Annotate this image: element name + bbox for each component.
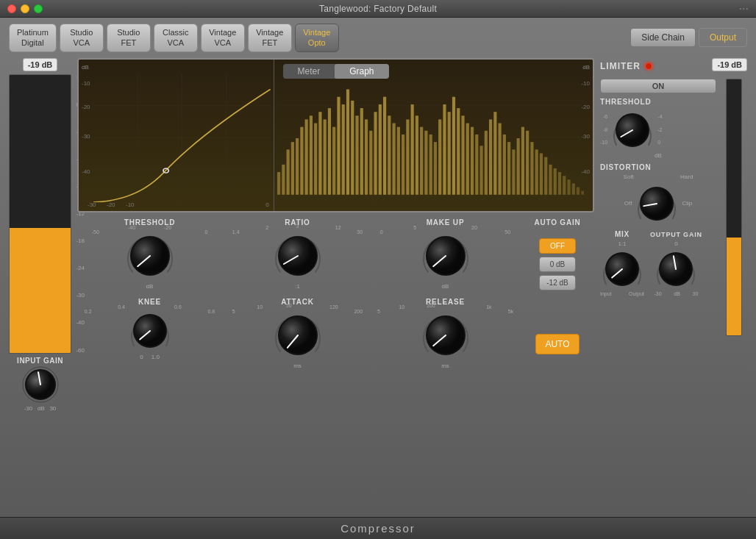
auto-gain-off-btn[interactable]: OFF [539,238,576,254]
svg-rect-43 [415,115,418,194]
preset-platinum-digital[interactable]: PlatinumDigital [9,24,57,52]
auto-gain-label: AUTO GAIN [534,218,580,226]
compression-curve-svg [93,74,271,202]
svg-rect-40 [402,134,404,194]
distortion-knob[interactable] [635,182,679,226]
right-threshold-knob[interactable] [610,108,655,152]
output-button[interactable]: Output [699,28,747,47]
attack-scale-50: 50 [286,303,292,308]
preset-vintage-opto[interactable]: VintageOpto [295,24,339,52]
release-control: RELEASE 5 10 100 1k 5k [373,298,518,369]
distortion-content: Off [600,182,716,226]
controls-top-row: THRESHOLD -50 -40 -20 0 [77,218,594,290]
center-section: Meter Graph dB -10 -20 -30 -40 -30 -20 -… [77,58,594,511]
window-title: Tanglewood: Factory Default [319,4,437,14]
svg-rect-55 [471,126,474,194]
svg-rect-32 [365,119,368,194]
attack-scale-5: 5 [232,309,235,314]
attack-ms-label: ms [293,363,302,369]
knee-label: KNEE [138,298,161,306]
output-gain-n30: -30 [654,291,661,296]
tab-meter[interactable]: Meter [282,64,335,79]
thresh-scale-0: 0 [204,229,207,235]
makeup-db-label: dB [442,283,449,290]
release-scale-5: 5 [377,309,380,314]
release-scale-5k: 5k [508,309,513,314]
right-thresh-scale-right: -4 -2 0 [657,110,662,149]
svg-rect-49 [443,104,446,195]
input-gain-knob[interactable] [21,365,60,404]
tab-graph[interactable]: Graph [335,64,388,79]
preset-vintage-vca[interactable]: VintageVCA [201,24,245,52]
output-gain-knob[interactable] [654,247,698,291]
ratio-scale-2: 2 [265,225,268,230]
limiter-indicator [645,63,652,70]
svg-rect-15 [286,149,289,194]
svg-rect-34 [374,112,377,195]
knee-scale-0: 0.2 [85,309,92,314]
limiter-on-button[interactable]: ON [600,79,716,93]
svg-rect-23 [323,119,326,194]
compressor-label: Compressor [340,522,416,535]
waveform-svg [277,74,584,202]
graph-n20-left: -20 [82,104,90,110]
knee-knob[interactable] [128,309,172,353]
preset-buttons: PlatinumDigital StudioVCA StudioFET Clas… [9,24,339,52]
threshold-control: THRESHOLD -50 -40 -20 0 [77,218,222,290]
release-auto-btn[interactable]: AUTO [535,334,579,354]
ratio-scale-12: 12 [335,225,341,230]
traffic-lights [7,4,43,13]
side-output-buttons: Side Chain Output [630,28,747,47]
makeup-knob[interactable] [419,229,472,282]
svg-rect-24 [327,108,330,195]
scale-n4: -4 [657,110,662,124]
attack-knob[interactable] [271,309,324,362]
svg-rect-75 [563,176,566,195]
preset-studio-vca[interactable]: StudioVCA [60,24,104,52]
preset-classic-vca[interactable]: ClassicVCA [154,24,198,52]
svg-rect-59 [489,119,492,194]
svg-rect-50 [447,112,450,195]
limiter-controls-col: ON THRESHOLD -6 -8 -10 [600,79,716,296]
svg-rect-78 [577,187,580,194]
maximize-button[interactable] [34,4,43,13]
minimize-button[interactable] [21,4,29,13]
mix-output-row: MIX 1:1 [600,230,716,296]
mix-knob[interactable] [600,247,644,291]
threshold-knob[interactable] [124,229,176,282]
input-gain-scale: -30 dB 30 [24,405,57,412]
graph-left-panel: dB -10 -20 -30 -40 -30 -20 -10 0 [79,60,274,211]
thresh-scale-n20: -20 [164,225,171,230]
svg-rect-76 [567,179,570,194]
attack-scale-120: 120 [329,304,338,310]
graph-n10-left: -10 [82,80,90,87]
release-knob[interactable] [419,309,472,362]
auto-gain-n12db-btn[interactable]: -12 dB [539,275,576,290]
makeup-scale-20: 20 [471,225,477,230]
attack-scale-10: 10 [257,304,263,310]
side-chain-button[interactable]: Side Chain [630,28,696,47]
limiter-db-badge: -19 dB [712,58,747,71]
limiter-on-area: ON THRESHOLD -6 -8 -10 [600,79,747,338]
threshold-db-label: dB [146,283,154,290]
output-gain-p30: 30 [693,291,699,296]
svg-rect-53 [461,115,464,194]
svg-rect-29 [351,100,354,194]
svg-rect-62 [502,134,505,194]
svg-rect-16 [290,142,293,195]
svg-rect-48 [438,119,441,194]
ratio-knob[interactable] [271,229,324,282]
preset-vintage-fet[interactable]: VintageFET [248,24,292,52]
close-button[interactable] [7,4,16,13]
preset-studio-fet[interactable]: StudioFET [107,24,151,52]
svg-rect-42 [410,104,413,195]
left-section: -19 dB +3 0 -3 -6 -9 -12 -18 -24 [9,58,71,511]
graph-db-top-left: dB [82,64,89,71]
makeup-scale-0: 0 [380,229,383,235]
mix-label: MIX [615,230,630,238]
svg-rect-28 [346,89,349,194]
auto-gain-0db-btn[interactable]: 0 dB [539,257,576,272]
limiter-label: LIMITER [600,61,641,71]
mix-input-label: Input [600,291,612,296]
svg-rect-79 [581,190,584,194]
